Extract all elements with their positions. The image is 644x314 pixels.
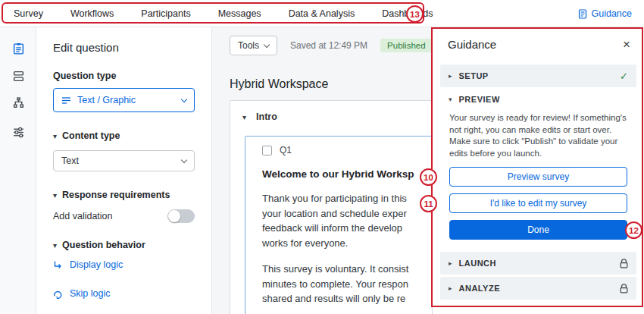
editor-toolbar: Tools Saved at 12:49 PM Published [230, 36, 432, 55]
guidance-doc-icon [578, 9, 587, 19]
response-requirements-label: Response requirements [62, 190, 170, 200]
question-text-line: minutes to complete. Your respon [262, 277, 432, 292]
chevron-down-icon [264, 41, 270, 47]
skip-logic-label: Skip logic [70, 288, 111, 299]
left-icon-rail: › [0, 27, 36, 314]
chevron-right-icon: ▸ [449, 284, 452, 292]
question-text-line: feedback will inform the develop [262, 221, 432, 236]
edit-survey-button[interactable]: I'd like to edit my survey [449, 193, 627, 213]
display-logic-label: Display logic [70, 259, 123, 270]
nav-items: Survey Workflows Participants Messages D… [0, 8, 433, 19]
nav-item-participants[interactable]: Participants [141, 8, 190, 19]
add-validation-label: Add validation [53, 211, 113, 221]
display-logic-link[interactable]: Display logic [53, 259, 195, 270]
setup-section-label: SETUP [459, 71, 489, 80]
text-graphic-icon [61, 96, 71, 105]
content-type-dropdown[interactable]: Text [53, 150, 195, 171]
guidance-body: ▸ SETUP ✓ ▾ PREVIEW Your survey is ready… [433, 60, 644, 300]
chevron-right-icon: ▸ [449, 72, 452, 80]
guidance-link[interactable]: Guidance [578, 0, 632, 27]
toggle-knob [168, 210, 180, 222]
analyze-section-label: ANALYZE [459, 284, 500, 293]
guidance-header: Guidance × [433, 27, 644, 60]
preview-guidance-text: Your survey is ready for review! If some… [442, 112, 635, 159]
lock-icon [620, 259, 628, 268]
preview-survey-button[interactable]: Preview survey [449, 167, 627, 187]
question-q1-container[interactable]: Q1 Welcome to our Hybrid Worksp Thank yo… [245, 136, 432, 314]
question-behavior-label: Question behavior [62, 240, 145, 250]
content-type-section-header[interactable]: ▾ Content type [53, 130, 195, 141]
question-text-line: shared and results will only be re [262, 291, 432, 306]
nav-item-messages[interactable]: Messages [218, 8, 261, 19]
top-navigation-bar: Survey Workflows Participants Messages D… [0, 0, 644, 27]
guidance-section-launch[interactable]: ▸ LAUNCH [440, 252, 636, 275]
published-badge: Published [380, 39, 432, 52]
guidance-lower-sections: ▸ LAUNCH ▸ ANALYZE [440, 252, 636, 300]
branch-logic-icon[interactable] [8, 93, 29, 114]
block-header-row[interactable]: ▾ Intro [230, 101, 432, 128]
survey-flow-icon[interactable] [8, 65, 29, 86]
question-type-dropdown[interactable]: Text / Graphic [53, 88, 195, 112]
skip-logic-icon [53, 289, 63, 299]
close-icon[interactable]: × [623, 39, 630, 50]
content-type-value: Text [61, 155, 79, 166]
chevron-down-icon: ▾ [242, 113, 246, 121]
display-logic-icon [53, 260, 63, 270]
question-paragraph-1: Thank you for participating in this your… [262, 191, 432, 250]
edit-question-panel: Edit question Question type Text / Graph… [36, 27, 212, 314]
question-checkbox[interactable] [262, 146, 272, 155]
question-text-line: works for everyone. [262, 236, 432, 251]
preview-section-label: PREVIEW [459, 95, 500, 104]
question-id-row: Q1 [262, 145, 432, 155]
question-id-label: Q1 [280, 145, 292, 155]
check-icon: ✓ [620, 71, 628, 82]
question-heading-text: Welcome to our Hybrid Worksp [262, 168, 432, 180]
chevron-down-icon: ▾ [53, 191, 57, 199]
guidance-section-preview[interactable]: ▾ PREVIEW [440, 89, 636, 109]
lock-icon [620, 284, 628, 294]
chevron-down-icon: ▾ [53, 132, 57, 140]
survey-title: Hybrid Workspace [230, 77, 328, 91]
question-type-value: Text / Graphic [77, 95, 136, 105]
chevron-down-icon: ▾ [449, 96, 452, 103]
tools-button-label: Tools [238, 40, 259, 51]
nav-item-workflows[interactable]: Workflows [70, 8, 114, 19]
launch-section-label: LAUNCH [459, 259, 496, 268]
add-validation-toggle[interactable] [167, 209, 195, 223]
question-text-line: This survey is voluntary. It consist [262, 262, 432, 277]
skip-logic-link[interactable]: Skip logic [53, 288, 195, 299]
guidance-section-analyze[interactable]: ▸ ANALYZE [440, 277, 636, 300]
block-name: Intro [256, 111, 277, 122]
question-text-line: your location and schedule exper [262, 206, 432, 221]
chevron-right-icon: ▸ [449, 259, 452, 267]
save-status-text: Saved at 12:49 PM [290, 40, 367, 51]
nav-item-data-analysis[interactable]: Data & Analysis [289, 8, 355, 19]
chevron-down-icon: ▾ [53, 241, 57, 250]
chevron-down-icon [181, 156, 187, 162]
question-text-line: Thank you for participating in this [262, 191, 432, 206]
question-paragraph-2: This survey is voluntary. It consist min… [262, 262, 432, 306]
add-validation-row: Add validation [53, 209, 195, 223]
tools-button[interactable]: Tools [230, 36, 277, 55]
survey-block-card: ▾ Intro Q1 Welcome to our Hybrid Worksp … [230, 100, 432, 314]
guidance-buttons: Preview survey I'd like to edit my surve… [442, 167, 635, 240]
survey-builder-icon[interactable] [8, 38, 29, 59]
question-type-label: Question type [53, 71, 195, 81]
chevron-down-icon [181, 96, 187, 102]
nav-item-survey[interactable]: Survey [14, 8, 43, 19]
done-button[interactable]: Done [449, 220, 627, 240]
guidance-panel: Guidance × ▸ SETUP ✓ ▾ PREVIEW Your surv… [432, 27, 644, 314]
response-requirements-section-header[interactable]: ▾ Response requirements [53, 190, 195, 200]
nav-item-dashboards[interactable]: Dashboards [382, 8, 433, 19]
survey-options-icon[interactable] [8, 121, 29, 143]
survey-editor-canvas: Tools Saved at 12:49 PM Published Hybrid… [212, 27, 432, 314]
question-behavior-section-header[interactable]: ▾ Question behavior [53, 240, 195, 250]
guidance-link-label: Guidance [591, 8, 632, 19]
content-type-label: Content type [62, 130, 120, 141]
guidance-section-setup[interactable]: ▸ SETUP ✓ [440, 64, 636, 87]
guidance-title: Guidance [448, 38, 496, 51]
panel-title: Edit question [53, 41, 195, 54]
